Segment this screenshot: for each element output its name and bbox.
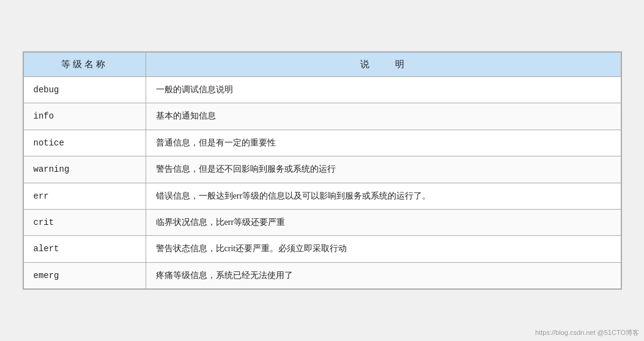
description-cell: 警告信息，但是还不回影响到服务或系统的运行 (146, 156, 621, 183)
level-cell: emerg (23, 262, 146, 288)
description-cell: 普通信息，但是有一定的重要性 (146, 130, 621, 156)
description-cell: 错误信息，一般达到err等级的信息以及可以影响到服务或系统的运行了。 (146, 183, 621, 209)
log-level-table-container: 等级名称 说 明 debug一般的调试信息说明info基本的通知信息notice… (23, 51, 622, 290)
level-cell: err (23, 183, 146, 209)
level-cell: alert (23, 236, 146, 262)
description-cell: 基本的通知信息 (146, 103, 621, 130)
level-cell: info (23, 103, 146, 130)
level-cell: warning (23, 156, 146, 183)
column-header-level: 等级名称 (23, 52, 146, 76)
description-cell: 一般的调试信息说明 (146, 76, 621, 103)
column-header-description: 说 明 (146, 52, 621, 76)
table-header-row: 等级名称 说 明 (23, 52, 621, 76)
level-cell: crit (23, 209, 146, 235)
description-cell: 临界状况信息，比err等级还要严重 (146, 209, 621, 235)
table-row: crit临界状况信息，比err等级还要严重 (23, 209, 621, 235)
description-cell: 警告状态信息，比crit还要严重。必须立即采取行动 (146, 236, 621, 262)
table-row: alert警告状态信息，比crit还要严重。必须立即采取行动 (23, 236, 621, 262)
description-cell: 疼痛等级信息，系统已经无法使用了 (146, 262, 621, 288)
log-level-table: 等级名称 说 明 debug一般的调试信息说明info基本的通知信息notice… (23, 52, 621, 289)
level-cell: debug (23, 76, 146, 103)
level-cell: notice (23, 130, 146, 156)
watermark-text: https://blog.csdn.net @51CTO博客 (535, 328, 639, 337)
table-row: debug一般的调试信息说明 (23, 76, 621, 103)
table-row: info基本的通知信息 (23, 103, 621, 130)
table-row: notice普通信息，但是有一定的重要性 (23, 130, 621, 156)
table-row: warning警告信息，但是还不回影响到服务或系统的运行 (23, 156, 621, 183)
table-row: emerg疼痛等级信息，系统已经无法使用了 (23, 262, 621, 288)
table-row: err错误信息，一般达到err等级的信息以及可以影响到服务或系统的运行了。 (23, 183, 621, 209)
